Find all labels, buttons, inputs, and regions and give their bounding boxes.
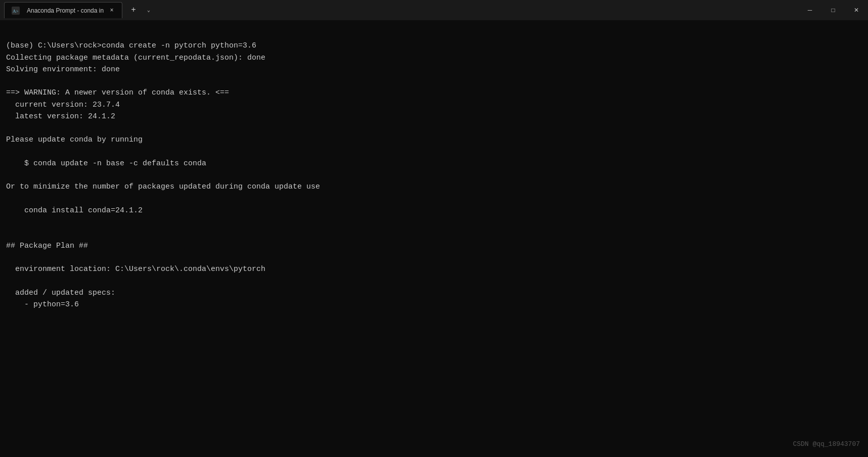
tab-dropdown-button[interactable]: ⌄ <box>143 3 155 17</box>
titlebar: A> Anaconda Prompt - conda in × + ⌄ ─ □ … <box>0 0 868 20</box>
terminal-output: (base) C:\Users\rock>conda create -n pyt… <box>6 28 862 310</box>
watermark: CSDN @qq_18943707 <box>793 440 860 449</box>
close-window-button[interactable]: ✕ <box>845 0 868 20</box>
titlebar-left: A> Anaconda Prompt - conda in × + ⌄ <box>4 2 155 18</box>
tab-title: Anaconda Prompt - conda in <box>27 7 104 14</box>
close-tab-button[interactable]: × <box>108 7 116 15</box>
svg-text:A>: A> <box>13 9 19 14</box>
terminal-area[interactable]: (base) C:\Users\rock>conda create -n pyt… <box>0 20 868 457</box>
active-tab[interactable]: A> Anaconda Prompt - conda in × <box>4 2 122 18</box>
minimize-button[interactable]: ─ <box>798 0 821 20</box>
maximize-button[interactable]: □ <box>821 0 845 20</box>
new-tab-button[interactable]: + <box>126 3 141 17</box>
titlebar-controls: ─ □ ✕ <box>798 0 868 20</box>
tab-icon: A> <box>11 6 21 16</box>
